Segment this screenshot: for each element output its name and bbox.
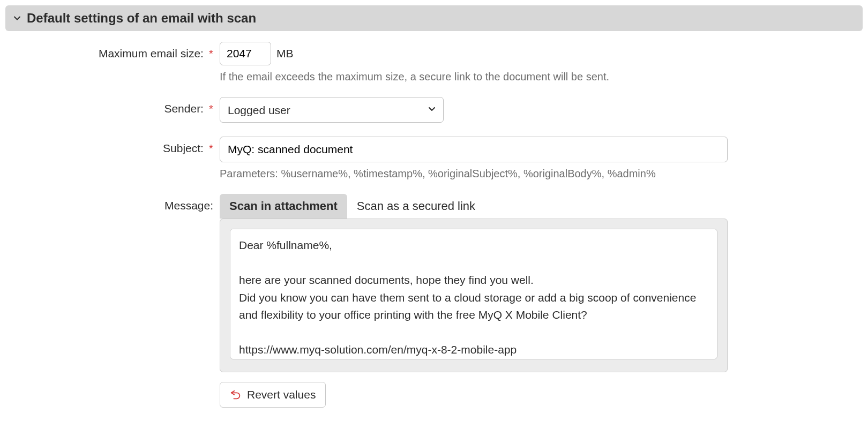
label-text: Maximum email size: [99, 47, 204, 59]
required-mark: * [209, 102, 213, 115]
unit-label: MB [276, 47, 294, 60]
label-text: Message: [164, 199, 213, 212]
label-subject: Subject: * [11, 137, 220, 155]
revert-label: Revert values [247, 388, 316, 401]
label-text: Subject: [163, 142, 204, 154]
subject-input[interactable] [220, 137, 728, 162]
label-message: Message: [11, 194, 220, 212]
chevron-down-icon [13, 14, 21, 22]
message-textarea[interactable] [230, 229, 717, 359]
required-mark: * [209, 142, 213, 154]
row-sender: Sender: * Logged user [11, 97, 857, 132]
section-title: Default settings of an email with scan [27, 11, 256, 26]
subject-hint: Parameters: %username%, %timestamp%, %or… [220, 168, 857, 180]
required-mark: * [209, 47, 213, 59]
row-subject: Subject: * Parameters: %username%, %time… [11, 137, 857, 190]
row-message: Message: Scan in attachment Scan as a se… [11, 194, 857, 408]
label-sender: Sender: * [11, 97, 220, 115]
message-tabs: Scan in attachment Scan as a secured lin… [220, 194, 857, 219]
label-max-email-size: Maximum email size: * [11, 42, 220, 60]
sender-select[interactable]: Logged user [220, 97, 444, 123]
tab-scan-secured-link[interactable]: Scan as a secured link [347, 194, 485, 219]
label-text: Sender: [164, 102, 204, 115]
max-email-size-hint: If the email exceeds the maximum size, a… [220, 71, 857, 83]
form-body: Maximum email size: * MB If the email ex… [5, 31, 863, 408]
message-panel [220, 219, 728, 372]
undo-icon [230, 389, 242, 401]
revert-values-button[interactable]: Revert values [220, 382, 326, 408]
tab-scan-attachment[interactable]: Scan in attachment [220, 194, 347, 219]
row-max-email-size: Maximum email size: * MB If the email ex… [11, 42, 857, 93]
max-email-size-input[interactable] [220, 42, 271, 65]
section-header[interactable]: Default settings of an email with scan [5, 5, 863, 31]
